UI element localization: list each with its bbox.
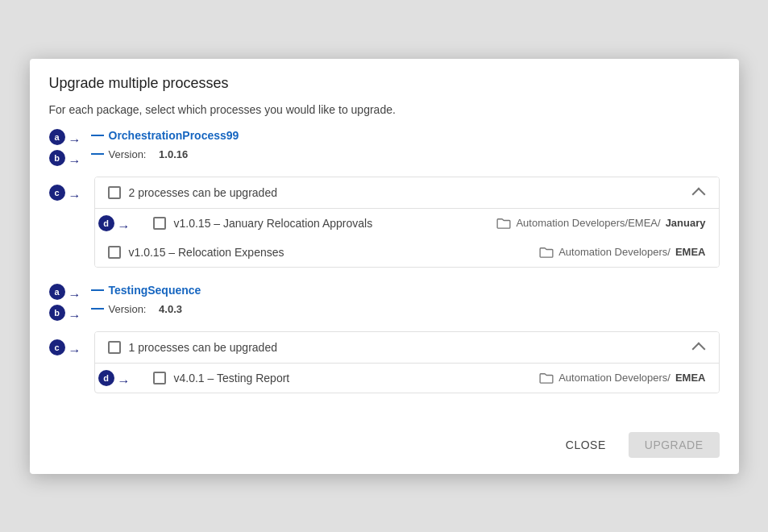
version-label-2: Version: [109,303,147,315]
folder-icon-1-0 [496,218,511,229]
arrow-d-1 [118,219,137,227]
select-all-checkbox-1[interactable] [108,186,121,199]
processes-box-2: 1 processes can be upgraded d v4.0.1 – T [94,331,720,393]
process-rows-1: d v1.0.15 – January Relocation Approvals [95,209,719,267]
process-folder-bold-2-0: EMEA [675,372,706,384]
annotation-c-2: c [49,339,65,355]
arrow-c-2 [68,343,88,351]
process-checkbox-1-0[interactable] [153,217,166,230]
upgrade-button[interactable]: UPGRADE [629,432,720,458]
process-checkbox-1-1[interactable] [108,246,121,259]
processes-box-row-2: c 1 processes can be upgraded d [49,331,720,393]
close-button[interactable]: CLOSE [550,432,622,458]
process-folder-2-0: Automation Developers/EMEA [464,372,706,384]
upgrade-dialog: Upgrade multiple processes For each pack… [30,59,739,474]
processes-summary-2: 1 processes can be upgraded [129,341,691,354]
annotation-d-2: d [98,370,114,386]
process-rows-2: d v4.0.1 – Testing Report [95,364,719,393]
folder-icon-1-1 [539,247,554,258]
process-folder-1-0: Automation Developers/EMEA/January [464,217,706,229]
annotation-b-2: b [49,305,65,321]
annotation-c-1: c [49,185,65,201]
collapse-button-1[interactable] [691,185,706,200]
arrow-c-1 [68,189,88,197]
arrow-b-1 [68,154,88,162]
processes-box-1: 2 processes can be upgraded d v1.0.15 – [94,177,720,268]
process-folder-prefix-2-0: Automation Developers/ [558,372,670,384]
select-all-checkbox-2[interactable] [108,341,121,354]
annotation-a-2: a [49,284,65,300]
package-version-1: Version: 1.0.16 [91,148,189,160]
package-name-2: TestingSequence [91,284,201,297]
collapse-button-2[interactable] [691,340,706,355]
process-checkbox-2-0[interactable] [153,372,166,384]
process-row-1-0: v1.0.15 – January Relocation Approvals A… [140,209,719,238]
process-folder-1-1: Automation Developers/EMEA [464,246,706,258]
process-row-wrapper-1-0: d v1.0.15 – January Relocation Approvals [95,209,719,238]
process-row-1-1: v1.0.15 – Relocation Expenses Automation… [95,238,719,267]
version-label-1: Version: [109,148,147,160]
processes-box-row-1: c 2 processes can be upgraded d [49,177,720,268]
process-row-2-0: v4.0.1 – Testing Report Automation Devel… [140,364,719,393]
package-name-row-2: a TestingSequence [49,284,720,300]
package-name-row-1: a OrchestrationProcess99 [49,129,720,145]
annotation-b-1: b [49,150,65,166]
process-folder-prefix-1-1: Automation Developers/ [558,246,670,258]
process-label-1-1: v1.0.15 – Relocation Expenses [129,246,464,259]
dialog-body: a OrchestrationProcess99 b Version: 1.0.… [30,129,739,422]
process-label-2-0: v4.0.1 – Testing Report [174,372,464,384]
process-row-wrapper-2-0: d v4.0.1 – Testing Report [95,364,719,393]
annotation-d-1: d [98,215,114,231]
package-name-1: OrchestrationProcess99 [91,129,239,142]
package-version-row-1: b Version: 1.0.16 [49,148,720,168]
package-section-2: a TestingSequence b Version: 4.0.3 c [49,284,720,393]
arrow-d-2 [118,374,137,382]
process-label-1-0: v1.0.15 – January Relocation Approvals [174,217,464,230]
processes-summary-1: 2 processes can be upgraded [129,186,691,199]
processes-header-1: 2 processes can be upgraded [95,177,719,209]
package-version-2: Version: 4.0.3 [91,303,183,315]
processes-header-2: 1 processes can be upgraded [95,332,719,364]
annotation-a-1: a [49,129,65,145]
dialog-footer: CLOSE UPGRADE [30,422,739,474]
package-version-row-2: b Version: 4.0.3 [49,303,720,323]
arrow-b-2 [68,309,88,317]
package-section-1: a OrchestrationProcess99 b Version: 1.0.… [49,129,720,268]
process-folder-prefix-1-0: Automation Developers/EMEA/ [516,217,660,229]
version-value-2: 4.0.3 [159,303,182,315]
process-folder-bold-1-1: EMEA [675,246,706,258]
version-value-1: 1.0.16 [159,148,188,160]
arrow-1 [68,133,88,141]
process-folder-bold-1-0: January [666,217,706,229]
dialog-title: Upgrade multiple processes [30,59,739,103]
dialog-subtitle: For each package, select which processes… [30,103,739,129]
folder-icon-2-0 [539,372,554,384]
arrow-2 [68,288,88,296]
